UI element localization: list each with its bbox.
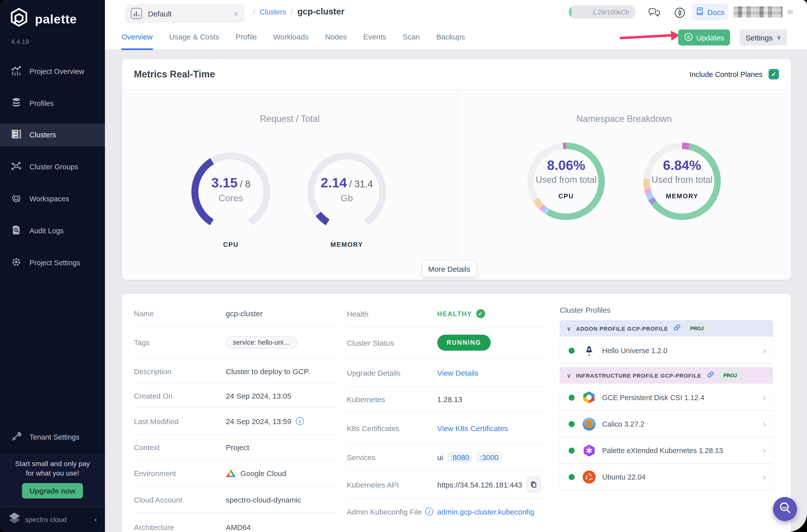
tab-profile[interactable]: Profile xyxy=(236,23,257,50)
health-status: HEALTHY xyxy=(437,310,472,318)
detail-row-context: Context Project xyxy=(134,435,340,460)
infrastructure-profile-header[interactable]: ∨ INFRASTRUCTURE PROFILE GCP-PROFILE PRO… xyxy=(560,367,773,384)
detail-label: Kubernetes xyxy=(347,395,437,404)
addon-profile-header[interactable]: ∨ ADDON PROFILE GCP-PROFILE PROJ xyxy=(560,320,773,337)
profile-item-name: Ubuntu 22.04 xyxy=(602,473,645,481)
database-icon xyxy=(11,97,21,110)
more-details-button[interactable]: More Details xyxy=(423,261,476,277)
profile-item-ubuntu[interactable]: Ubuntu 22.04 › xyxy=(560,464,773,490)
detail-value: 24 Sep 2024, 13:05 xyxy=(226,392,291,400)
sidebar-item-audit-logs[interactable]: Audit Logs xyxy=(0,219,105,242)
breadcrumb-separator: / xyxy=(253,7,255,16)
tab-events[interactable]: Events xyxy=(363,23,386,50)
docs-button[interactable]: Docs xyxy=(692,3,728,20)
tab-backups[interactable]: Backups xyxy=(436,23,465,50)
cpu-gauge-text: 3.15 / 8 Cores xyxy=(186,175,276,204)
project-selector[interactable]: Default ∨ xyxy=(125,4,244,23)
updates-label: Updates xyxy=(696,33,724,42)
service-port-link[interactable]: :8080 xyxy=(448,452,472,462)
detail-label: Architecture xyxy=(134,523,226,531)
updates-button[interactable]: Updates xyxy=(678,30,730,45)
cpu-donut-percent: 8.06% xyxy=(524,158,608,173)
detail-value: Project xyxy=(226,443,249,452)
profile-item-calico[interactable]: Calico 3.27.2 › xyxy=(560,411,773,437)
annotation-arrow xyxy=(620,34,672,39)
include-control-planes: Include Control Planes ✓ xyxy=(690,69,779,79)
tab-usage-costs[interactable]: Usage & Costs xyxy=(169,23,219,50)
profile-item-name: Calico 3.27.2 xyxy=(602,420,644,428)
memory-donut: 6.84% Used from total MEMORY xyxy=(640,139,725,224)
detail-label: Context xyxy=(134,443,226,452)
cluster-profiles-title: Cluster Profiles xyxy=(560,306,773,314)
detail-row-name: Name gcp-cluster xyxy=(134,301,340,327)
tab-overview[interactable]: Overview xyxy=(121,23,153,50)
metrics-divider xyxy=(457,90,458,252)
info-icon[interactable]: i xyxy=(425,508,433,515)
settings-button[interactable]: Settings ∨ xyxy=(739,30,787,45)
sidebar-item-workspaces[interactable]: Workspaces xyxy=(0,187,105,210)
details-left-column: Name gcp-cluster Tags service: hello-uni… xyxy=(134,301,340,532)
sidebar-item-label: Clusters xyxy=(30,131,56,139)
chevron-down-icon: ∨ xyxy=(567,325,571,332)
profile-header-label: ADDON PROFILE GCP-PROFILE xyxy=(576,325,668,331)
include-control-planes-checkbox[interactable]: ✓ xyxy=(769,69,779,79)
detail-label: Health xyxy=(347,309,437,318)
compass-icon[interactable] xyxy=(671,4,688,21)
search-fab[interactable] xyxy=(773,497,797,521)
cluster-profiles: Cluster Profiles ∨ ADDON PROFILE GCP-PRO… xyxy=(560,294,773,490)
detail-label: Created On xyxy=(134,392,226,400)
project-icon xyxy=(131,8,142,19)
screen: palette 4.4.19 Project Overview xyxy=(0,0,807,532)
detail-row-created-on: Created On 24 Sep 2024, 13:05 xyxy=(134,384,340,407)
tab-scan[interactable]: Scan xyxy=(403,23,420,50)
profile-item-name: Hello Universe 1.2.0 xyxy=(602,346,667,355)
link-icon xyxy=(706,370,714,380)
sidebar-item-project-overview[interactable]: Project Overview xyxy=(0,60,105,83)
sidebar-item-clusters[interactable]: Clusters xyxy=(0,124,105,146)
upgrade-now-button[interactable]: Upgrade now xyxy=(22,483,83,498)
service-port-link[interactable]: :3000 xyxy=(477,452,502,462)
metrics-title: Metrics Real-Time xyxy=(134,69,215,80)
cpu-gauge-value: 3.15 xyxy=(211,175,238,190)
sidebar-item-profiles[interactable]: Profiles xyxy=(0,92,105,115)
usage-quota-pill[interactable]: 1.29/100kCh xyxy=(569,5,636,18)
chevron-left-icon[interactable]: ‹ xyxy=(94,515,97,524)
details-middle-column: Health HEALTHY ✓ Cluster Status RUNNING … xyxy=(347,301,545,524)
detail-label: Description xyxy=(134,367,226,375)
sidebar-item-cluster-groups[interactable]: Cluster Groups xyxy=(0,155,105,178)
sidebar-item-project-settings[interactable]: Project Settings xyxy=(0,251,105,274)
tab-nodes[interactable]: Nodes xyxy=(325,23,347,50)
view-k8s-certificates-link[interactable]: View K8s Certificates xyxy=(437,424,508,432)
detail-value: 24 Sep 2024, 13:59 xyxy=(226,417,291,425)
check-icon: ✓ xyxy=(476,309,485,318)
breadcrumb: / Clusters / gcp-cluster xyxy=(253,0,344,23)
tag-pill: service: hello-uni… xyxy=(226,336,297,349)
detail-row-cluster-status: Cluster Status RUNNING xyxy=(347,327,545,359)
user-name-redacted[interactable] xyxy=(734,6,783,18)
profile-item-gce-disk[interactable]: GCE Persistent Disk CSI 1.12.4 › xyxy=(560,385,773,410)
tab-workloads[interactable]: Workloads xyxy=(273,23,308,50)
profile-item-name: GCE Persistent Disk CSI 1.12.4 xyxy=(602,393,704,401)
profile-item-hello-universe[interactable]: Hello Universe 1.2.0 › xyxy=(560,338,773,363)
spectro-cloud-logo xyxy=(8,512,21,527)
detail-row-admin-kubeconfig: Admin Kubeconfig File i admin.gcp-cluste… xyxy=(347,499,545,524)
gce-disk-icon xyxy=(582,391,596,404)
view-details-link[interactable]: View Details xyxy=(437,368,478,377)
proj-badge: PROJ xyxy=(686,324,708,333)
hello-universe-icon xyxy=(582,344,596,357)
cpu-gauge-unit: Cores xyxy=(186,193,276,204)
kubeconfig-link[interactable]: admin.gcp-cluster.kubeconfig xyxy=(437,507,534,516)
detail-label: Last Modified xyxy=(134,417,226,425)
breadcrumb-clusters-link[interactable]: Clusters xyxy=(260,8,286,16)
bar-chart-icon xyxy=(11,65,21,78)
sidebar-item-tenant-settings[interactable]: Tenant Settings xyxy=(0,425,105,449)
profile-item-pxk[interactable]: Palette eXtended Kubernetes 1.28.13 › xyxy=(560,438,773,463)
memory-gauge-total: / 31.4 xyxy=(349,179,373,189)
detail-row-kubernetes-api: Kubernetes API https://34.54.126.181:443 xyxy=(347,471,545,499)
copy-icon[interactable] xyxy=(527,477,541,493)
cpu-donut: 8.06% Used from total CPU xyxy=(524,139,608,224)
tools-icon xyxy=(11,431,21,443)
info-icon[interactable]: i xyxy=(296,417,304,425)
detail-label: Cloud Account xyxy=(134,495,226,504)
chat-icon[interactable] xyxy=(646,4,663,21)
